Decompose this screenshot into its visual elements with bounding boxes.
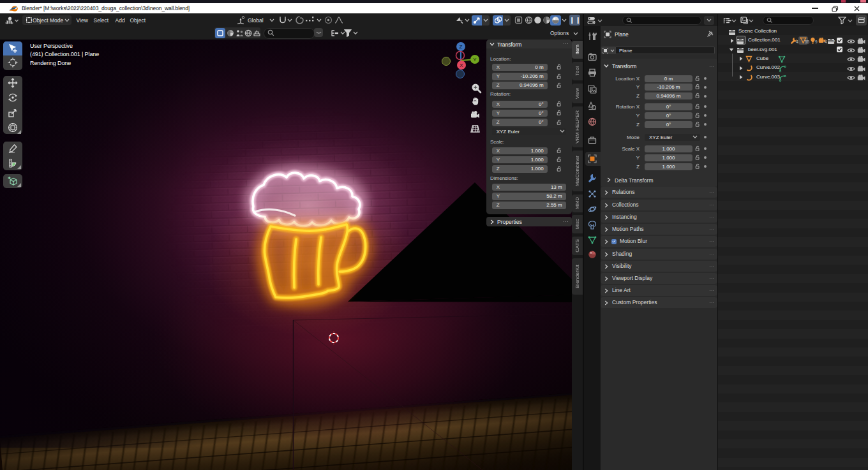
svg-text:X: X [460,62,463,68]
svg-text:Y: Y [473,57,477,62]
svg-text:Z: Z [460,44,463,50]
